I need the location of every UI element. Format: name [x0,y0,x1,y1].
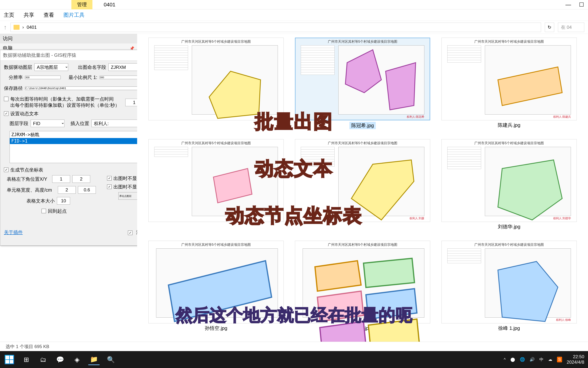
svg-marker-4 [213,168,252,203]
dialog-title: 数据驱动辅助批量出图 - GIS程序猿 [3,52,76,58]
svg-marker-0 [209,71,261,119]
tab-share[interactable]: 共享 [24,9,34,20]
visual-studio-icon[interactable]: ◈ [71,354,83,365]
nav-up-icon[interactable]: ↑ [4,24,7,31]
label-hide-blocks: 出图时不显示其他地块 [114,175,137,182]
search-input[interactable]: 在 04 [558,23,584,32]
input-pos-y[interactable] [72,175,90,183]
label-resolution: 分辨率 [4,74,23,81]
label-cell-size: 单元格宽度、高度/cm [7,187,56,193]
label-layer: 数据驱动图层 [4,64,32,70]
thumbnail-item[interactable]: 广州市天河区其村等5个村域乡建设项目宗地图▲ 权利人:徐峰 徐峰 1.jpg [438,241,580,340]
sogou-icon[interactable]: S [557,357,562,362]
dialog-titlebar[interactable]: 数据驱动辅助批量出图 - GIS程序猿 — ☐ ✕ [0,50,137,61]
sidebar: 访问 电脑📌 干活📌 数据驱动辅助批量出图 - GIS程序猿 — ☐ ✕ 数据驱… [0,34,137,355]
ribbon-context-tab[interactable]: 管理 [71,0,92,9]
refresh-button[interactable]: ↻ [545,23,554,32]
checkbox-hide-jzd[interactable] [107,184,112,189]
svg-marker-8 [315,261,361,291]
titlebar: 管理 0401 — ☐ [0,0,588,9]
svg-marker-2 [386,63,416,110]
video-subtitle: 然后这个地方就已经在批量的呃 [176,304,412,327]
label-font-size: 表格文本大小 [26,198,55,204]
svg-marker-6 [498,160,562,220]
folder-icon [14,25,19,30]
select-layer-field[interactable]: FID [31,120,64,127]
input-wait-seconds[interactable] [125,99,137,106]
checkbox-hide-blocks[interactable] [107,176,112,181]
minimize-button[interactable]: — [562,0,575,9]
tab-view[interactable]: 查看 [44,9,54,20]
select-jzd-layer[interactable]: 界址点图层 [118,192,137,200]
input-save-path[interactable] [25,86,137,90]
system-tray[interactable]: ^ ⬤ 🌐 🔊 中 ☁ S 22:50 2024/4/8 [504,354,584,365]
path-segment[interactable]: 0401 [27,25,37,30]
thumbnail-item[interactable]: 广州市天河区其村等5个村域乡建设项目宗地图▲ 权利人:刘德华 刘德华.jpg [438,139,580,239]
tray-icon[interactable]: ⬤ [510,357,515,362]
clock[interactable]: 22:50 2024/4/8 [567,354,584,365]
checkbox-dynamic-text[interactable] [4,111,9,116]
label-scale: 最小比例尺 1: [69,74,97,81]
list-item[interactable]: FID->1 [10,138,137,144]
start-button[interactable] [4,354,15,365]
label-dynamic-text: 设置动态文本 [10,110,38,117]
address-bar: ↑ › 0401 ↻ 在 04 [0,21,588,34]
address-box[interactable]: › 0401 [10,23,541,32]
search-icon[interactable]: 🔍 [105,354,116,365]
input-cell-h[interactable] [78,186,96,194]
svg-marker-9 [363,258,414,287]
tab-home[interactable]: 主页 [4,9,14,20]
input-scale[interactable] [100,76,137,79]
tray-icon[interactable]: ☁ [548,357,552,362]
tray-up-icon[interactable]: ^ [504,357,506,362]
volume-icon[interactable]: 🔊 [530,357,535,362]
wait-desc-1: 每次出图等待时间（影像太大、加载需要一点时间 [10,96,120,102]
checkbox-return-start[interactable] [42,209,46,213]
ribbon-tabs: 主页 共享 查看 图片工具 [0,9,588,21]
maximize-button[interactable]: ☐ [575,0,588,9]
wechat-icon[interactable]: 💬 [54,354,66,365]
sidebar-quick-access[interactable]: 访问 [0,34,137,43]
select-name-field[interactable]: ZJRXM [108,63,137,71]
overlay-title-2: 动态文本 [255,156,333,182]
thumbnail-item[interactable]: 广州市天河区其村等5个村域乡建设项目宗地图▲ 权利人:陈建兵 陈建兵.jpg [438,38,580,137]
input-resolution[interactable] [25,76,61,79]
input-cell-w[interactable] [58,186,76,194]
label-hide-jzd: 出图时不显示其他地块界址点 [114,184,137,190]
overlay-title-1: 批量出图 [255,109,333,134]
label-insert-pos: 插入位置 [70,120,89,127]
network-icon[interactable]: 🌐 [520,357,525,362]
svg-marker-3 [498,67,562,105]
window-title: 0401 [104,2,115,8]
about-link[interactable]: 关于插件 [4,229,23,235]
batch-export-dialog: 数据驱动辅助批量出图 - GIS程序猿 — ☐ ✕ 数据驱动图层 A宗地图层 出… [0,50,137,246]
svg-marker-1 [345,50,381,93]
status-bar: 选中 1 个项目 695 KB [0,342,588,351]
checkbox-coord-table[interactable] [4,167,9,172]
label-test10: 测试10条数据 [136,229,137,235]
overlay-title-3: 动态节点坐标表 [226,203,362,229]
checkbox-test10[interactable] [128,230,132,235]
tab-image-tools[interactable]: 图片工具 [63,9,85,20]
label-layer-field: 图层字段 [9,120,28,127]
list-item[interactable]: ZJRXM->杨戬 [10,131,137,138]
svg-marker-14 [498,261,558,321]
taskbar: ⊞ 🗂 💬 ◈ 📁 🔍 ^ ⬤ 🌐 🔊 中 ☁ S 22:50 2024/4/8 [0,351,588,368]
task-view-icon[interactable]: ⊞ [21,354,32,365]
label-coord-table: 生成节点坐标表 [10,167,43,173]
input-pos-x[interactable] [52,175,70,183]
path-separator: › [22,25,24,30]
input-font-size[interactable] [57,197,70,205]
checkbox-wait[interactable] [4,97,9,101]
ime-icon[interactable]: 中 [539,357,544,362]
label-return-start: 回到起点 [48,208,67,214]
select-insert-pos[interactable]: 权利人: [91,120,137,127]
label-table-pos: 表格左下角位置X/Y [7,176,50,182]
app-icon[interactable]: 🗂 [38,354,49,365]
status-text: 选中 1 个项目 695 KB [6,344,49,350]
label-save-path: 保存路径 [4,85,23,91]
explorer-icon[interactable]: 📁 [88,354,100,365]
wait-desc-2: 出每个图前等待影像加载）设置等待时长（单位:秒） [10,102,120,108]
select-layer[interactable]: A宗地图层 [34,63,68,71]
dynamic-text-list[interactable]: ZJRXM->杨戬 FID->1 [9,131,137,163]
